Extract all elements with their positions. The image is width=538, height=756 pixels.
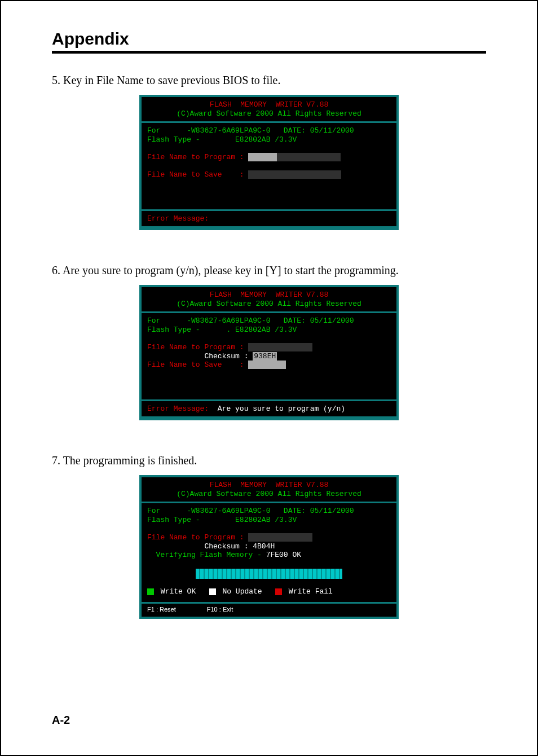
terminal-footer: Error Message: Are you sure to program (… xyxy=(142,401,396,417)
error-label: Error Message: xyxy=(147,405,209,413)
program-value xyxy=(248,533,312,542)
legend-write-fail-icon xyxy=(275,588,282,595)
terminal-header: FLASH MEMORY WRITER V7.88 (C)Award Softw… xyxy=(142,477,396,502)
legend-write-fail: Write Fail xyxy=(284,587,333,596)
terminal-body: For -W83627-6A69LPA9C-0 DATE: 05/11/2000… xyxy=(142,313,396,399)
checksum-value: 4B04H xyxy=(248,542,275,551)
legend-no-update: No Update xyxy=(218,587,262,596)
error-label: Error Message: xyxy=(147,214,209,223)
step-5-terminal-wrap: FLASH MEMORY WRITER V7.88 (C)Award Softw… xyxy=(52,95,486,230)
verify-value: 7FE00 OK xyxy=(266,551,301,559)
page: Appendix 5. Key in File Name to save pre… xyxy=(0,0,538,756)
save-label: File Name to Save : xyxy=(147,361,244,369)
function-key-bar: F1 : Reset F10 : Exit xyxy=(142,604,396,617)
program-label: File Name to Program : xyxy=(147,153,244,161)
header-line-2: (C)Award Software 2000 All Rights Reserv… xyxy=(177,109,361,118)
program-value[interactable] xyxy=(248,343,312,351)
save-value[interactable] xyxy=(248,361,285,369)
terminal-header: FLASH MEMORY WRITER V7.88 (C)Award Softw… xyxy=(142,287,396,311)
program-label: File Name to Program : xyxy=(147,343,244,351)
step-7-text: 7. The programming is finished. xyxy=(52,454,486,467)
program-value[interactable] xyxy=(248,153,277,161)
terminal-header: FLASH MEMORY WRITER V7.88 (C)Award Softw… xyxy=(142,97,396,121)
checksum-label: Checksum : xyxy=(147,352,248,361)
legend-write-ok-icon xyxy=(147,588,154,595)
terminal-step-5: FLASH MEMORY WRITER V7.88 (C)Award Softw… xyxy=(139,95,399,230)
checksum-label: Checksum : xyxy=(147,542,248,551)
for-line: For -W83627-6A69LPA9C-0 DATE: 05/11/2000 xyxy=(147,317,354,325)
legend-no-update-icon xyxy=(209,588,216,595)
terminal-step-7: FLASH MEMORY WRITER V7.88 (C)Award Softw… xyxy=(139,475,399,619)
step-6-text: 6. Are you sure to program (y/n), please… xyxy=(52,264,486,277)
for-line: For -W83627-6A69LPA9C-0 DATE: 05/11/2000 xyxy=(147,507,354,515)
flash-type-line: Flash Type - E82802AB /3.3V xyxy=(147,135,297,144)
terminal-footer: Error Message: xyxy=(142,211,396,227)
header-line-2: (C)Award Software 2000 All Rights Reserv… xyxy=(177,490,361,498)
progress-bar xyxy=(196,569,342,579)
f10-exit[interactable]: F10 : Exit xyxy=(207,606,233,613)
save-label: File Name to Save : xyxy=(147,170,244,179)
program-label: File Name to Program : xyxy=(147,533,244,542)
header-line-2: (C)Award Software 2000 All Rights Reserv… xyxy=(177,300,361,308)
title-rule xyxy=(52,51,486,54)
legend-write-ok: Write OK xyxy=(156,587,196,596)
page-number: A-2 xyxy=(52,714,70,727)
terminal-body: For -W83627-6A69LPA9C-0 DATE: 05/11/2000… xyxy=(142,123,396,209)
page-title: Appendix xyxy=(52,29,486,49)
terminal-body: For -W83627-6A69LPA9C-0 DATE: 05/11/2000… xyxy=(142,503,396,601)
header-line-1: FLASH MEMORY WRITER V7.88 xyxy=(210,291,329,299)
flash-type-line: Flash Type - E82802AB /3.3V xyxy=(147,516,297,524)
step-7-terminal-wrap: FLASH MEMORY WRITER V7.88 (C)Award Softw… xyxy=(52,475,486,619)
f1-reset[interactable]: F1 : Reset xyxy=(147,606,176,613)
terminal-step-6: FLASH MEMORY WRITER V7.88 (C)Award Softw… xyxy=(139,285,399,420)
header-line-1: FLASH MEMORY WRITER V7.88 xyxy=(210,100,329,109)
header-line-1: FLASH MEMORY WRITER V7.88 xyxy=(210,481,329,489)
step-5-text: 5. Key in File Name to save previous BIO… xyxy=(52,74,486,87)
for-line: For -W83627-6A69LPA9C-0 DATE: 05/11/2000 xyxy=(147,126,354,135)
checksum-value: 938EH xyxy=(253,352,277,361)
save-value[interactable] xyxy=(248,170,255,179)
error-value: Are you sure to program (y/n) xyxy=(209,405,345,413)
verify-label: Verifying Flash Memory - xyxy=(147,551,266,559)
step-6-terminal-wrap: FLASH MEMORY WRITER V7.88 (C)Award Softw… xyxy=(52,285,486,420)
flash-type-line: Flash Type - . E82802AB /3.3V xyxy=(147,326,297,334)
